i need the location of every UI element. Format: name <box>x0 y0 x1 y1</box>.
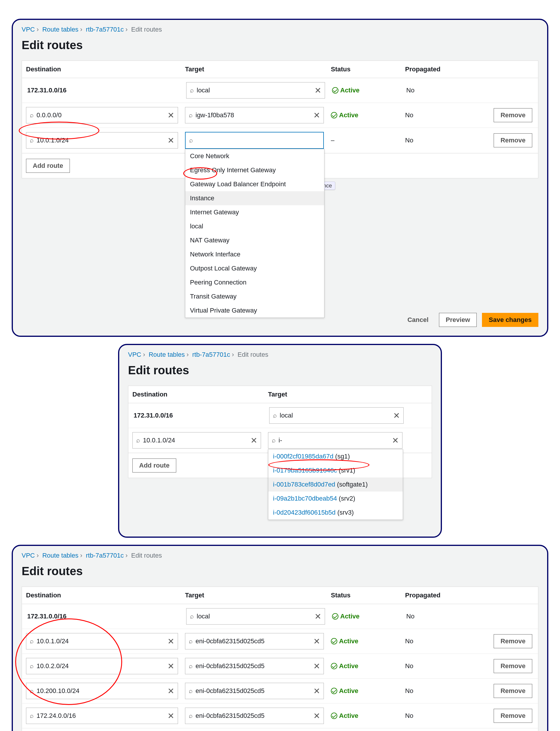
breadcrumb-route-tables[interactable]: Route tables <box>42 552 79 559</box>
propagated-text: No <box>405 136 455 144</box>
clear-icon[interactable]: ✕ <box>167 136 174 145</box>
dropdown-option-softgate1[interactable]: i-001b783cef8d0d7ed (softgate1) <box>268 478 403 492</box>
remove-button[interactable]: Remove <box>494 634 532 648</box>
target-input[interactable]: ⌕local✕ <box>186 608 325 625</box>
page-title: Edit routes <box>22 565 538 578</box>
breadcrumb-rtb[interactable]: rtb-7a57701c <box>86 552 124 559</box>
clear-icon[interactable]: ✕ <box>167 110 174 120</box>
clear-icon[interactable]: ✕ <box>167 661 174 671</box>
propagated-text: No <box>406 87 456 94</box>
target-input[interactable]: ⌕ igw-1f0ba578 ✕ <box>185 107 324 123</box>
destination-input[interactable]: ⌕172.24.0.0/16✕ <box>26 708 178 724</box>
remove-button[interactable]: Remove <box>494 684 532 698</box>
status-blank: – <box>331 136 398 144</box>
clear-icon[interactable]: ✕ <box>167 711 174 721</box>
dropdown-option[interactable]: i-0179ba5165b91646c (srv1) <box>268 464 403 478</box>
save-changes-button[interactable]: Save changes <box>482 313 538 327</box>
page-title: Edit routes <box>128 364 432 377</box>
target-input[interactable]: ⌕ i- ✕ <box>268 432 402 449</box>
clear-icon[interactable]: ✕ <box>313 711 320 721</box>
clear-icon[interactable]: ✕ <box>314 612 321 621</box>
target-input[interactable]: ⌕ local ✕ <box>269 407 404 424</box>
dropdown-option[interactable]: NAT Gateway <box>185 233 324 247</box>
remove-button[interactable]: Remove <box>494 709 532 723</box>
search-icon: ⌕ <box>30 111 34 119</box>
propagated-text: No <box>405 712 455 720</box>
remove-button[interactable]: Remove <box>494 133 532 147</box>
header-target: Target <box>268 391 402 398</box>
destination-input[interactable]: ⌕10.0.2.0/24✕ <box>26 658 178 674</box>
destination-input[interactable]: ⌕ 0.0.0.0/0 ✕ <box>26 107 178 123</box>
dropdown-option[interactable]: Peering Connection <box>185 275 324 289</box>
target-input[interactable]: ⌕eni-0cbfa62315d025cd5✕ <box>185 683 324 699</box>
breadcrumb-rtb[interactable]: rtb-7a57701c <box>192 351 230 358</box>
breadcrumb-vpc[interactable]: VPC <box>128 351 141 358</box>
search-icon: ⌕ <box>30 712 34 720</box>
routes-table: Destination Target Status Propagated 172… <box>22 587 538 731</box>
propagated-text: No <box>405 687 455 695</box>
search-icon: ⌕ <box>189 662 193 670</box>
breadcrumb-route-tables[interactable]: Route tables <box>149 351 185 358</box>
destination-input[interactable]: ⌕10.0.1.0/24✕ <box>26 633 178 649</box>
search-icon: ⌕ <box>30 637 34 645</box>
cancel-button[interactable]: Cancel <box>402 313 434 326</box>
breadcrumb-vpc[interactable]: VPC <box>22 552 35 559</box>
dropdown-option[interactable]: i-000f2cf01985da67d (sg1) <box>268 450 403 464</box>
propagated-text: No <box>405 111 455 119</box>
breadcrumb-rtb[interactable]: rtb-7a57701c <box>86 26 124 33</box>
target-input[interactable]: ⌕ <box>185 132 324 149</box>
target-input[interactable]: ⌕eni-0cbfa62315d025cd5✕ <box>185 633 324 649</box>
header-target: Target <box>185 592 324 599</box>
clear-icon[interactable]: ✕ <box>167 686 174 696</box>
add-route-button[interactable]: Add route <box>26 159 70 173</box>
remove-button[interactable]: Remove <box>494 108 532 122</box>
search-icon: ⌕ <box>189 687 193 695</box>
clear-icon[interactable]: ✕ <box>314 86 321 95</box>
dropdown-option[interactable]: Network Interface <box>185 247 324 261</box>
dropdown-option[interactable]: Virtual Private Gateway <box>185 303 324 317</box>
check-circle-icon <box>331 688 337 694</box>
dropdown-option-instance[interactable]: Instance <box>185 191 324 205</box>
table-row: ⌕10.0.1.0/24✕⌕eni-0cbfa62315d025cd5✕Acti… <box>22 629 538 654</box>
destination-text: 172.31.0.0/16 <box>132 412 262 419</box>
target-input[interactable]: ⌕eni-0cbfa62315d025cd5✕ <box>185 708 324 724</box>
dropdown-option[interactable]: Egress Only Internet Gateway <box>185 163 324 177</box>
search-icon: ⌕ <box>189 712 193 720</box>
target-input[interactable]: ⌕eni-0cbfa62315d025cd5✕ <box>185 658 324 674</box>
dropdown-option[interactable]: i-09a2b1bc70dbeab54 (srv2) <box>268 492 403 506</box>
dropdown-option[interactable]: Core Network <box>185 149 324 163</box>
status-active: Active <box>331 687 398 695</box>
table-row: 172.31.0.0/16 ⌕ local ✕ <box>128 403 432 428</box>
search-icon: ⌕ <box>30 136 34 144</box>
clear-icon[interactable]: ✕ <box>313 661 320 671</box>
clear-icon[interactable]: ✕ <box>393 411 400 421</box>
dropdown-option[interactable]: i-0d20423df60615b5d (srv3) <box>268 506 403 520</box>
dropdown-option[interactable]: local <box>185 219 324 233</box>
dropdown-option[interactable]: Gateway Load Balancer Endpoint <box>185 177 324 191</box>
target-input[interactable]: ⌕ local ✕ <box>186 82 325 98</box>
dropdown-option[interactable]: Outpost Local Gateway <box>185 261 324 275</box>
breadcrumb-route-tables[interactable]: Route tables <box>42 26 79 33</box>
check-circle-icon <box>331 663 337 669</box>
destination-input[interactable]: ⌕ 10.0.1.0/24 ✕ <box>26 132 178 148</box>
breadcrumb-vpc[interactable]: VPC <box>22 26 35 33</box>
dropdown-option[interactable]: Transit Gateway <box>185 289 324 303</box>
clear-icon[interactable]: ✕ <box>392 436 399 445</box>
status-active: Active <box>331 637 398 645</box>
remove-button[interactable]: Remove <box>494 659 532 673</box>
clear-icon[interactable]: ✕ <box>313 637 320 646</box>
clear-icon[interactable]: ✕ <box>313 686 320 696</box>
destination-input[interactable]: ⌕10.200.10.0/24✕ <box>26 683 178 699</box>
clear-icon[interactable]: ✕ <box>167 637 174 646</box>
clear-icon[interactable]: ✕ <box>313 110 320 120</box>
preview-button[interactable]: Preview <box>439 313 477 327</box>
search-icon: ⌕ <box>136 437 140 444</box>
add-route-button[interactable]: Add route <box>132 459 176 473</box>
destination-input[interactable]: ⌕ 10.0.1.0/24 ✕ <box>132 432 261 449</box>
check-circle-icon <box>331 112 337 118</box>
clear-icon[interactable]: ✕ <box>250 436 257 445</box>
table-header: Destination Target Status Propagated <box>22 61 538 78</box>
table-row: ⌕10.200.10.0/24✕⌕eni-0cbfa62315d025cd5✕A… <box>22 679 538 704</box>
table-row: 172.31.0.0/16⌕local✕ActiveNo <box>22 604 538 629</box>
dropdown-option[interactable]: Internet Gateway <box>185 205 324 219</box>
